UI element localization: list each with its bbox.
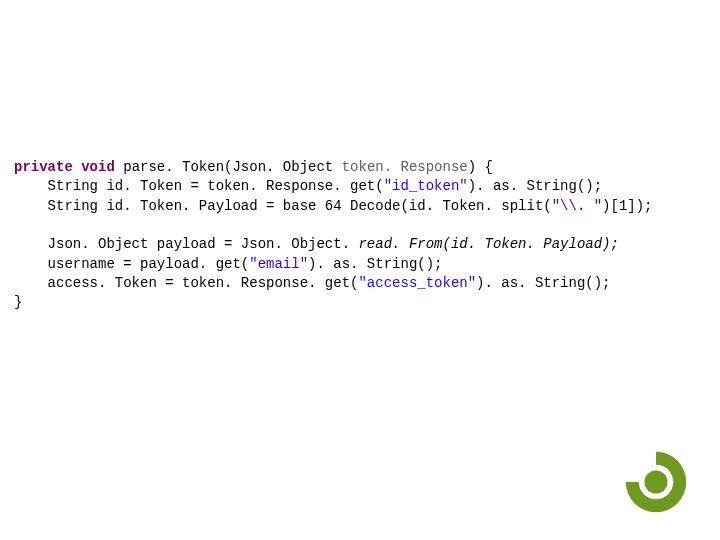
- closing-brace: }: [14, 294, 22, 310]
- blank-line: [14, 217, 22, 233]
- line-2b: )[1]);: [602, 198, 652, 214]
- brand-logo: [620, 446, 692, 518]
- line-4a: username = payload. get(: [14, 256, 249, 272]
- string-id-token: "id_token": [384, 178, 468, 194]
- keyword-void: void: [81, 159, 115, 175]
- line-3-indent: [14, 236, 48, 252]
- method-signature: parse. Token(Json. Object: [115, 159, 342, 175]
- line-5b: ). as. String();: [476, 275, 610, 291]
- code-block: private void parse. Token(Json. Object t…: [14, 158, 653, 313]
- line-4b: ). as. String();: [308, 256, 442, 272]
- line-3-decl: Json. Object payload = Json. Object.: [48, 236, 359, 252]
- string-split-regex: "\\. ": [552, 198, 602, 214]
- logo-icon: [620, 446, 692, 518]
- line-1a: String id. Token = token. Response. get(: [14, 178, 384, 194]
- keyword-private: private: [14, 159, 73, 175]
- line-2a: String id. Token. Payload = base 64 Deco…: [14, 198, 552, 214]
- svg-point-0: [644, 470, 667, 493]
- line-1b: ). as. String();: [468, 178, 602, 194]
- signature-close: ) {: [468, 159, 493, 175]
- line-5a: access. Token = token. Response. get(: [14, 275, 358, 291]
- slide: private void parse. Token(Json. Object t…: [0, 0, 720, 540]
- parameter-name: token. Response: [342, 159, 468, 175]
- line-3-call: read. From(id. Token. Payload);: [358, 236, 618, 252]
- string-email: "email": [249, 256, 308, 272]
- string-access-token: "access_token": [358, 275, 476, 291]
